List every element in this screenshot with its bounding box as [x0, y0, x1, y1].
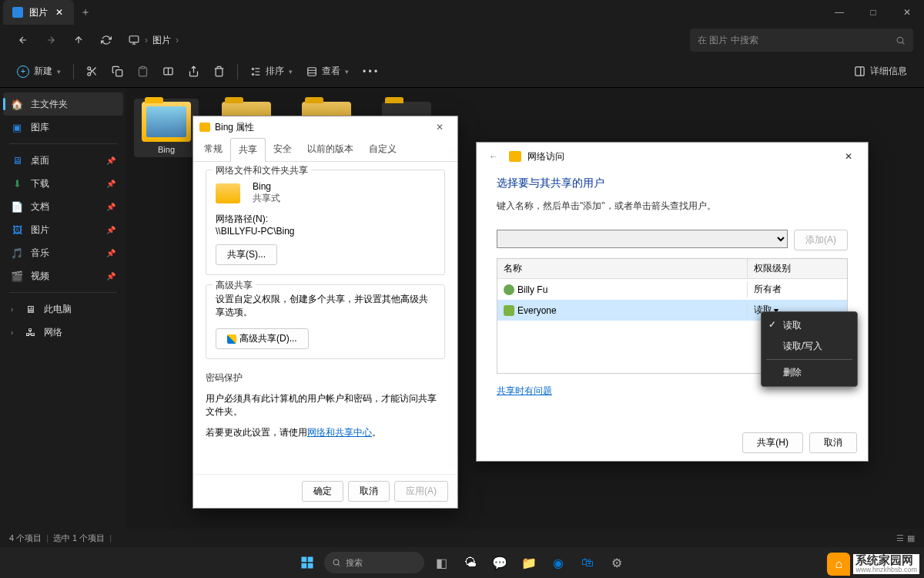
sidebar-item-downloads[interactable]: ⬇ 下载📌 [3, 172, 123, 195]
advanced-sharing-button[interactable]: 高级共享(D)... [216, 328, 309, 349]
share-confirm-button[interactable]: 共享(H) [742, 432, 803, 453]
taskbar-store-icon[interactable]: 🛍 [575, 550, 600, 575]
sidebar-item-pictures[interactable]: 🖼 图片📌 [3, 218, 123, 241]
tab-previous-versions[interactable]: 以前的版本 [300, 138, 361, 161]
apply-button[interactable]: 应用(A) [394, 481, 448, 502]
separator: | [46, 533, 49, 543]
sidebar-item-music[interactable]: 🎵 音乐📌 [3, 241, 123, 264]
share-button[interactable] [182, 60, 206, 83]
task-view-icon[interactable]: ◧ [429, 550, 454, 575]
menu-item-remove[interactable]: 删除 [762, 362, 857, 383]
svg-rect-8 [855, 67, 864, 76]
window-tab[interactable]: 图片 ✕ [3, 0, 74, 25]
add-button[interactable]: 添加(A) [794, 230, 848, 250]
new-tab-button[interactable]: ＋ [74, 1, 97, 24]
column-name-header[interactable]: 名称 [497, 259, 747, 278]
close-window-button[interactable]: ✕ [890, 0, 924, 25]
monitor-icon [128, 35, 140, 45]
chevron-down-icon: ▾ [345, 68, 349, 76]
taskbar-explorer-icon[interactable]: 📁 [517, 550, 541, 575]
sidebar-item-home[interactable]: 🏠 主文件夹 [3, 92, 123, 116]
titlebar: 图片 ✕ ＋ — □ ✕ [0, 0, 924, 25]
taskbar-app-icon[interactable]: 🌤 [458, 550, 483, 575]
back-icon[interactable]: ← [484, 147, 503, 166]
sidebar-item-network[interactable]: › 🖧 网络 [3, 321, 123, 344]
list-view-icon[interactable]: ☰ [896, 533, 904, 543]
taskbar-search[interactable]: 搜索 [324, 552, 424, 573]
close-icon[interactable]: ✕ [837, 147, 860, 166]
svg-rect-9 [302, 557, 307, 563]
svg-point-13 [333, 560, 339, 565]
separator [237, 64, 238, 79]
refresh-button[interactable] [94, 28, 119, 52]
up-button[interactable] [66, 28, 91, 52]
properties-dialog: Bing 属性 ✕ 常规 共享 安全 以前的版本 自定义 网络文件和文件夹共享 … [192, 116, 458, 509]
sharing-help-link[interactable]: 共享时有问题 [497, 385, 552, 396]
cancel-button[interactable]: 取消 [809, 432, 857, 453]
back-button[interactable] [11, 28, 35, 52]
taskbar-settings-icon[interactable]: ⚙ [604, 550, 629, 575]
sidebar-item-videos[interactable]: 🎬 视频📌 [3, 264, 123, 287]
cut-button[interactable] [80, 60, 104, 83]
desktop-icon: 🖥 [11, 154, 23, 166]
tab-sharing[interactable]: 共享 [230, 138, 266, 162]
table-row[interactable]: Billy Fu 所有者 [497, 279, 847, 300]
tab-security[interactable]: 安全 [266, 138, 300, 161]
folder-icon [142, 102, 191, 142]
dialog-body: 网络文件和文件夹共享 Bing 共享式 网络路径(N): \\BILLYFU-P… [193, 162, 457, 474]
dialog-instruction: 键入名称，然后单击"添加"，或者单击箭头查找用户。 [497, 200, 848, 213]
minimize-button[interactable]: — [822, 0, 856, 25]
new-button[interactable]: + 新建 ▾ [11, 60, 67, 83]
tab-customize[interactable]: 自定义 [361, 138, 404, 161]
network-sharing-group: 网络文件和文件夹共享 Bing 共享式 网络路径(N): \\BILLYFU-P… [206, 170, 445, 275]
tab-title: 图片 [29, 6, 48, 19]
search-input[interactable]: 在 图片 中搜索 [690, 29, 913, 52]
rename-button[interactable] [156, 60, 180, 83]
taskbar-app-icon[interactable]: 💬 [487, 550, 512, 575]
breadcrumb-item[interactable]: 图片 [152, 34, 171, 47]
sidebar-item-thispc[interactable]: › 🖥 此电脑 [3, 297, 123, 321]
menu-item-read[interactable]: 读取 [762, 315, 857, 336]
divider [9, 292, 117, 293]
tab-general[interactable]: 常规 [196, 138, 230, 161]
paste-button[interactable] [131, 60, 155, 83]
more-button[interactable]: • • • [357, 60, 383, 83]
delete-button[interactable] [207, 60, 231, 83]
taskbar-edge-icon[interactable]: ◉ [546, 550, 571, 575]
grid-view-icon[interactable]: ▦ [907, 533, 915, 543]
sidebar-item-desktop[interactable]: 🖥 桌面📌 [3, 149, 123, 172]
dialog-titlebar[interactable]: Bing 属性 ✕ [193, 116, 457, 138]
sidebar-item-documents[interactable]: 📄 文档📌 [3, 195, 123, 218]
start-button[interactable] [295, 550, 320, 575]
close-icon[interactable]: ✕ [428, 118, 451, 136]
dialog-heading: 选择要与其共享的用户 [497, 176, 848, 190]
network-path-label: 网络路径(N): [216, 213, 435, 226]
dialog-title: Bing 属性 [215, 121, 254, 134]
share-status-label: 共享式 [253, 192, 280, 205]
view-button[interactable]: 查看 ▾ [300, 60, 355, 83]
breadcrumb[interactable]: › 图片 › [128, 34, 179, 47]
close-tab-icon[interactable]: ✕ [54, 7, 65, 18]
pin-icon: 📌 [106, 249, 116, 257]
forward-button[interactable] [38, 28, 63, 52]
user-select[interactable] [497, 230, 788, 248]
menu-item-readwrite[interactable]: 读取/写入 [762, 336, 857, 357]
network-center-link[interactable]: 网络和共享中心 [307, 427, 372, 438]
share-button[interactable]: 共享(S)... [216, 244, 277, 265]
search-placeholder: 在 图片 中搜索 [698, 34, 758, 47]
network-icon [509, 151, 521, 162]
sidebar-item-gallery[interactable]: ▣ 图库 [3, 116, 123, 139]
taskbar: 搜索 ◧ 🌤 💬 📁 ◉ 🛍 ⚙ ˄ 英 [0, 547, 924, 578]
chevron-right-icon: › [11, 305, 13, 314]
pin-icon: 📌 [106, 180, 116, 188]
details-pane-button[interactable]: 详细信息 [848, 60, 913, 83]
sort-button[interactable]: 排序 ▾ [244, 60, 299, 83]
folder-item-bing[interactable]: Bing [134, 99, 199, 157]
network-path-value: \\BILLYFU-PC\Bing [216, 226, 435, 237]
cancel-button[interactable]: 取消 [348, 481, 390, 502]
ok-button[interactable]: 确定 [302, 481, 343, 502]
dialog-footer: 共享(H) 取消 [477, 425, 868, 461]
maximize-button[interactable]: □ [856, 0, 890, 25]
copy-button[interactable] [105, 60, 129, 83]
column-perm-header[interactable]: 权限级别 [747, 259, 847, 278]
